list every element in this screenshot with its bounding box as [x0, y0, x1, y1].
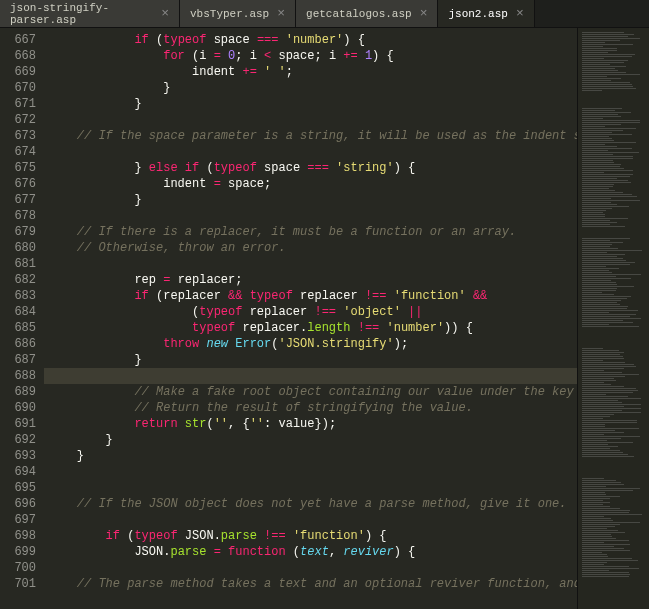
- line-number: 672: [0, 112, 36, 128]
- minimap-region: [582, 238, 645, 328]
- code-line: }: [48, 192, 577, 208]
- line-number: 677: [0, 192, 36, 208]
- line-number: 700: [0, 560, 36, 576]
- line-number: 682: [0, 272, 36, 288]
- tab-label: getcatalogos.asp: [306, 8, 412, 20]
- code-line: for (i = 0; i < space; i += 1) {: [48, 48, 577, 64]
- minimap[interactable]: [577, 28, 649, 609]
- line-number: 676: [0, 176, 36, 192]
- tab-0[interactable]: json-stringify-parser.asp×: [0, 0, 180, 27]
- line-number: 698: [0, 528, 36, 544]
- tab-1[interactable]: vbsTyper.asp×: [180, 0, 296, 27]
- line-number: 691: [0, 416, 36, 432]
- code-line: indent += ' ';: [48, 64, 577, 80]
- code-line: }: [48, 432, 577, 448]
- line-number: 684: [0, 304, 36, 320]
- line-number: 683: [0, 288, 36, 304]
- line-number: 696: [0, 496, 36, 512]
- line-number: 671: [0, 96, 36, 112]
- code-line: [48, 480, 577, 496]
- line-number-gutter: 6676686696706716726736746756766776786796…: [0, 28, 44, 609]
- code-line: // If there is a replacer, it must be a …: [48, 224, 577, 240]
- code-line: rep = replacer;: [48, 272, 577, 288]
- line-number: 686: [0, 336, 36, 352]
- line-number: 687: [0, 352, 36, 368]
- code-line: return str('', {'': value});: [48, 416, 577, 432]
- editor: 6676686696706716726736746756766776786796…: [0, 28, 649, 609]
- code-line: [48, 144, 577, 160]
- line-number: 668: [0, 48, 36, 64]
- minimap-region: [582, 108, 645, 228]
- minimap-region: [582, 478, 645, 578]
- tab-label: vbsTyper.asp: [190, 8, 269, 20]
- code-line: [48, 464, 577, 480]
- line-number: 689: [0, 384, 36, 400]
- code-line: if (typeof space === 'number') {: [48, 32, 577, 48]
- code-line: } else if (typeof space === 'string') {: [48, 160, 577, 176]
- tab-2[interactable]: getcatalogos.asp×: [296, 0, 438, 27]
- code-line: }: [48, 448, 577, 464]
- close-icon[interactable]: ×: [516, 6, 524, 21]
- code-line: [48, 256, 577, 272]
- tab-bar: json-stringify-parser.asp×vbsTyper.asp×g…: [0, 0, 649, 28]
- code-line: if (typeof JSON.parse !== 'function') {: [48, 528, 577, 544]
- line-number: 701: [0, 576, 36, 592]
- close-icon[interactable]: ×: [420, 6, 428, 21]
- line-number: 669: [0, 64, 36, 80]
- code-line: [48, 512, 577, 528]
- line-number: 693: [0, 448, 36, 464]
- line-number: 673: [0, 128, 36, 144]
- line-number: 695: [0, 480, 36, 496]
- code-line: typeof replacer.length !== 'number')) {: [48, 320, 577, 336]
- code-line: }: [48, 80, 577, 96]
- line-number: 692: [0, 432, 36, 448]
- code-area[interactable]: if (typeof space === 'number') { for (i …: [44, 28, 577, 609]
- current-line-highlight: [44, 368, 577, 384]
- tab-3[interactable]: json2.asp×: [438, 0, 534, 27]
- line-number: 699: [0, 544, 36, 560]
- line-number: 685: [0, 320, 36, 336]
- line-number: 681: [0, 256, 36, 272]
- code-line: indent = space;: [48, 176, 577, 192]
- code-line: // Otherwise, throw an error.: [48, 240, 577, 256]
- tab-label: json2.asp: [448, 8, 507, 20]
- code-line: throw new Error('JSON.stringify');: [48, 336, 577, 352]
- line-number: 690: [0, 400, 36, 416]
- line-number: 678: [0, 208, 36, 224]
- line-number: 675: [0, 160, 36, 176]
- code-line: // Return the result of stringifying the…: [48, 400, 577, 416]
- line-number: 688: [0, 368, 36, 384]
- close-icon[interactable]: ×: [161, 6, 169, 21]
- line-number: 667: [0, 32, 36, 48]
- minimap-region: [582, 348, 645, 458]
- code-line: [48, 560, 577, 576]
- code-line: JSON.parse = function (text, reviver) {: [48, 544, 577, 560]
- line-number: 674: [0, 144, 36, 160]
- code-line: if (replacer && typeof replacer !== 'fun…: [48, 288, 577, 304]
- code-line: [48, 112, 577, 128]
- code-line: (typeof replacer !== 'object' ||: [48, 304, 577, 320]
- tab-label: json-stringify-parser.asp: [10, 2, 153, 26]
- line-number: 679: [0, 224, 36, 240]
- code-line: // If the space parameter is a string, i…: [48, 128, 577, 144]
- minimap-region: [582, 32, 645, 92]
- code-line: [48, 208, 577, 224]
- code-line: // The parse method takes a text and an …: [48, 576, 577, 592]
- code-line: // Make a fake root object containing ou…: [48, 384, 577, 400]
- code-line: // If the JSON object does not yet have …: [48, 496, 577, 512]
- line-number: 680: [0, 240, 36, 256]
- close-icon[interactable]: ×: [277, 6, 285, 21]
- line-number: 694: [0, 464, 36, 480]
- line-number: 697: [0, 512, 36, 528]
- code-line: }: [48, 352, 577, 368]
- code-line: }: [48, 96, 577, 112]
- line-number: 670: [0, 80, 36, 96]
